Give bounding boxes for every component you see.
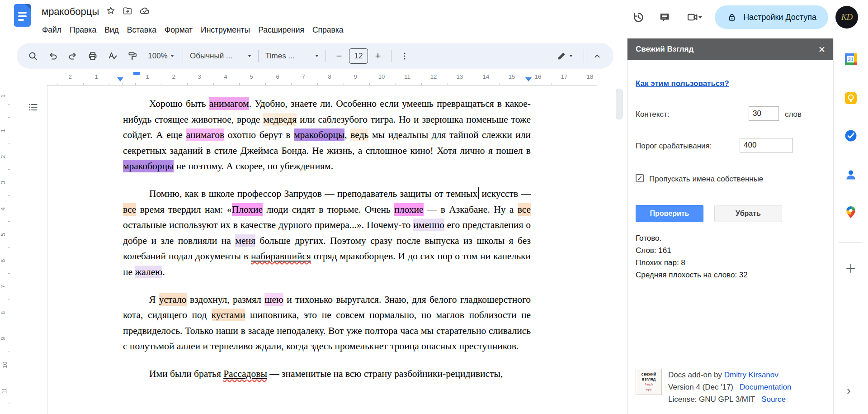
ruler-number: 2 xyxy=(172,73,175,80)
docs-logo-icon[interactable] xyxy=(14,4,31,27)
document-paragraph[interactable]: Я устало вздохнул, размял шею и тихонько… xyxy=(123,292,531,354)
font-select[interactable]: Times ... xyxy=(262,48,322,64)
help-link[interactable]: Как этим пользоваться? xyxy=(636,79,729,88)
document-canvas[interactable]: Хорошо быть анимагом. Удобно, знаете ли.… xyxy=(123,96,531,394)
menu-help[interactable]: Справка xyxy=(308,24,348,36)
text-run: вздохнул, размял xyxy=(187,294,264,305)
first-line-indent-marker[interactable] xyxy=(133,72,140,75)
ruler-number: 17 xyxy=(561,73,567,80)
menu-extensions[interactable]: Расширения xyxy=(254,24,308,36)
text-run: остальные используют их в качестве дурно… xyxy=(123,219,413,230)
close-icon[interactable]: ✕ xyxy=(818,45,826,54)
text-run: — знаменитые на всю страну разбойники-ре… xyxy=(267,368,503,379)
comments-icon[interactable] xyxy=(655,8,674,27)
threshold-input[interactable] xyxy=(740,138,793,152)
ruler-number: 16 xyxy=(535,73,541,80)
chevron-down-icon xyxy=(315,55,319,57)
document-title[interactable]: мракоборцы xyxy=(42,6,99,18)
text-run: время твердил нам: « xyxy=(136,204,231,215)
print-icon[interactable] xyxy=(83,48,103,64)
menu-format[interactable]: Формат xyxy=(160,24,197,36)
search-icon[interactable] xyxy=(23,48,43,64)
undo-icon[interactable] xyxy=(43,48,63,64)
contacts-icon[interactable] xyxy=(844,168,858,181)
highlighted-text: плохие xyxy=(394,203,423,216)
left-indent-marker[interactable] xyxy=(117,77,123,81)
share-button[interactable]: Настройки Доступа xyxy=(715,5,828,29)
ruler-number: 12 xyxy=(430,73,437,80)
clear-button[interactable]: Убрать xyxy=(714,205,782,222)
ruler-number: 15 xyxy=(509,73,515,80)
ruler-number: 4 xyxy=(0,207,6,210)
right-indent-marker[interactable] xyxy=(525,77,532,81)
font-size-input[interactable]: 12 xyxy=(349,48,368,64)
more-toolbar-icon[interactable] xyxy=(395,48,415,64)
ruler-number: 13 xyxy=(457,73,463,80)
document-scrollbar[interactable] xyxy=(616,89,623,119)
status-avg: Средняя плохость на слово: 32 xyxy=(636,269,748,281)
ruler-number: 11 xyxy=(1,388,8,394)
document-paragraph[interactable]: Хорошо быть анимагом. Удобно, знаете ли.… xyxy=(123,96,531,174)
maps-icon[interactable] xyxy=(844,205,858,219)
checkbox-label: Пропускать имена собственные xyxy=(649,175,763,184)
ruler-number: 5 xyxy=(0,233,6,236)
page-left-edge xyxy=(47,85,47,414)
menu-tools[interactable]: Инструменты xyxy=(197,24,254,36)
text-run: люди сидят в тюрьме. Очень xyxy=(263,204,394,215)
font-size-increase-button[interactable]: + xyxy=(368,48,388,64)
menu-view[interactable]: Вид xyxy=(100,24,123,36)
move-folder-icon[interactable] xyxy=(123,6,132,18)
documentation-link[interactable]: Documentation xyxy=(740,383,791,391)
cloud-saved-icon[interactable] xyxy=(139,5,150,18)
check-button[interactable]: Проверить xyxy=(636,205,703,222)
highlighted-text: все xyxy=(518,203,531,216)
highlighted-text: меня xyxy=(235,234,255,247)
paint-format-icon[interactable] xyxy=(123,48,142,64)
zoom-select[interactable]: 100% xyxy=(142,48,179,64)
ruler-number: 4 xyxy=(224,73,227,80)
author-link[interactable]: Dmitry Kirsanov xyxy=(724,371,778,379)
menu-file[interactable]: Файл xyxy=(38,24,66,36)
collapse-toolbar-icon[interactable] xyxy=(587,48,607,64)
text-run: Ими были братья xyxy=(149,368,223,379)
text-run: , xyxy=(344,129,350,140)
side-panel-app-strip: 31 › xyxy=(833,38,868,414)
version-history-icon[interactable] xyxy=(629,8,648,27)
context-label: Контекст: xyxy=(636,110,669,119)
tasks-icon[interactable] xyxy=(844,129,858,143)
text-run: не поэтому. А скорее, по убеждениям. xyxy=(174,161,333,171)
ruler-number: 10 xyxy=(1,362,8,368)
menu-insert[interactable]: Вставка xyxy=(123,24,160,36)
addon-panel: Свежий Взгляд ✕ Как этим пользоваться? К… xyxy=(627,38,834,414)
misspelled-word: набиравшийся xyxy=(251,251,311,262)
add-panel-icon[interactable] xyxy=(844,262,858,275)
document-paragraph[interactable]: Ими были братья Рассадовы — знаменитые н… xyxy=(123,366,531,382)
highlighted-text: анимагом xyxy=(209,97,249,110)
addon-byline: Docs add-on by xyxy=(668,371,724,379)
document-outline-icon[interactable] xyxy=(24,99,42,116)
font-size-decrease-button[interactable]: − xyxy=(329,48,349,64)
highlighted-text: мракоборцы xyxy=(294,128,344,141)
star-icon[interactable] xyxy=(106,6,116,18)
spellcheck-icon[interactable] xyxy=(103,48,123,64)
vertical-ruler: 11234567891011 xyxy=(0,85,11,414)
ruler-number: 9 xyxy=(0,337,6,340)
ruler-number: 18 xyxy=(587,73,593,80)
paragraph-style-select[interactable]: Обычный ... xyxy=(186,48,255,64)
ruler-number: 1 xyxy=(146,73,149,80)
menu-edit[interactable]: Правка xyxy=(66,24,100,36)
redo-icon[interactable] xyxy=(63,48,83,64)
calendar-icon[interactable]: 31 xyxy=(844,52,858,66)
context-input[interactable] xyxy=(749,106,779,121)
text-run: искусств — xyxy=(479,188,531,199)
ruler-number: 5 xyxy=(250,73,253,80)
source-link[interactable]: Source xyxy=(761,395,786,404)
meet-camera-icon[interactable] xyxy=(681,8,708,27)
ruler-number: 3 xyxy=(0,181,6,184)
editing-mode-pen-icon[interactable] xyxy=(549,48,580,64)
document-paragraph[interactable]: Помню, как в школе профессор Запрудов — … xyxy=(123,186,531,280)
skip-proper-names-checkbox[interactable]: ✓ xyxy=(636,174,644,182)
keep-icon[interactable] xyxy=(844,91,858,105)
avatar[interactable]: KD xyxy=(835,6,858,29)
collapse-side-icon[interactable]: › xyxy=(847,384,851,398)
